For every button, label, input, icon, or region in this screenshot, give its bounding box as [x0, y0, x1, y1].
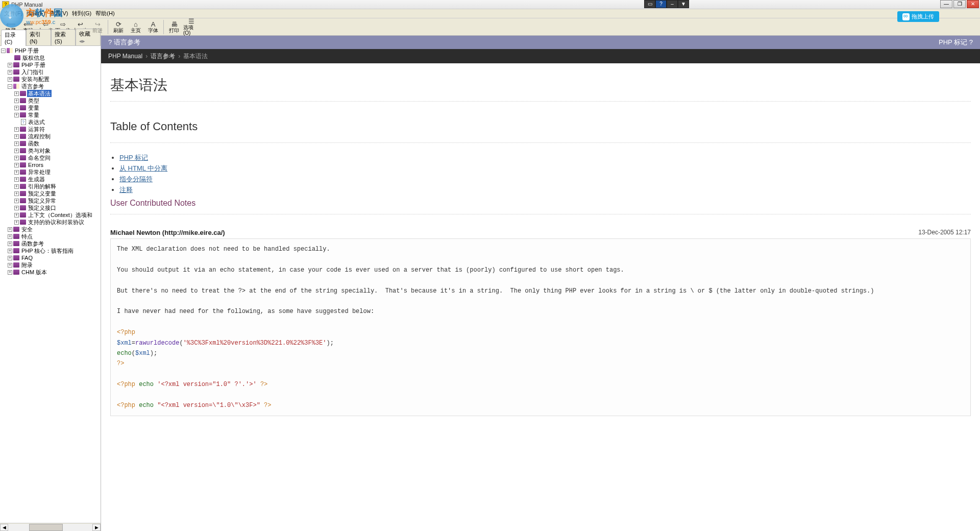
tree-item[interactable]: +预定义异常	[14, 197, 101, 204]
toc-link[interactable]: 从 HTML 中分离	[119, 164, 167, 172]
tree-expander-icon[interactable]: +	[14, 106, 19, 110]
tree-expander-icon[interactable]: +	[8, 242, 12, 246]
tree-item[interactable]: +类与对象	[14, 147, 101, 154]
tree-item[interactable]: +支持的协议和封装协议	[14, 219, 101, 226]
scroll-left-icon[interactable]: ◀	[0, 524, 8, 531]
tree-expander-icon[interactable]: +	[8, 263, 12, 268]
upload-badge[interactable]: 拖拽上传	[897, 11, 939, 22]
menu-view[interactable]: 查看(V)	[47, 10, 70, 17]
tree-item[interactable]: +异常处理	[14, 168, 101, 176]
tree-expander-icon[interactable]: +	[14, 134, 19, 139]
crumb-root[interactable]: PHP Manual	[108, 53, 142, 60]
tree-item[interactable]: 版权信息	[8, 54, 101, 61]
tree-item[interactable]: +预定义变量	[14, 190, 101, 197]
tree-item[interactable]: +流程控制	[14, 133, 101, 140]
tree-expander-icon[interactable]: +	[14, 170, 19, 175]
tree-item[interactable]: +引用的解释	[14, 183, 101, 190]
menu-help[interactable]: 帮助(H)	[93, 10, 116, 17]
scroll-thumb[interactable]	[29, 524, 63, 531]
tree-item[interactable]: +基本语法	[14, 90, 101, 97]
tree-expander-icon[interactable]: +	[14, 113, 19, 117]
tree-item[interactable]: −PHP 手册	[1, 47, 101, 54]
tree-item[interactable]: +生成器	[14, 176, 101, 183]
prev-link[interactable]: ? 语言参考	[108, 38, 140, 47]
toolbar-home-button[interactable]: ⌂主页	[127, 19, 144, 35]
tree-expander-icon[interactable]: +	[14, 163, 19, 167]
tab-index[interactable]: 索引(N)	[26, 29, 51, 45]
tree-expander-icon[interactable]: +	[14, 213, 19, 218]
menu-goto[interactable]: 转到(G)	[70, 10, 93, 17]
tree-expander-icon[interactable]: +	[14, 199, 19, 203]
tree-expander-icon[interactable]: +	[8, 270, 12, 275]
tree-expander-icon[interactable]: +	[14, 206, 19, 210]
content-pane[interactable]: ? 语言参考 PHP 标记 ? PHP Manual › 语言参考 › 基本语法…	[101, 36, 980, 531]
tree-item[interactable]: +安装与配置	[8, 76, 101, 83]
tree-item[interactable]: +FAQ	[8, 254, 101, 261]
horizontal-scrollbar[interactable]: ◀ ▶	[0, 523, 101, 531]
toolbar-options-button[interactable]: ☰选项(O)	[183, 19, 200, 35]
crumb-1[interactable]: 语言参考	[151, 52, 175, 61]
tree-expander-icon[interactable]: +	[14, 177, 19, 182]
next-link[interactable]: PHP 标记 ?	[939, 38, 973, 47]
tree-expander-icon[interactable]: −	[8, 84, 12, 89]
tree-item[interactable]: +运算符	[14, 126, 101, 133]
tree-expander-icon[interactable]: +	[14, 91, 19, 96]
menu-file[interactable]: 文件(F)	[2, 10, 24, 17]
tree-expander-icon[interactable]: −	[1, 49, 6, 53]
tree-item[interactable]: +Errors	[14, 161, 101, 168]
tree-expander-icon[interactable]: +	[14, 141, 19, 146]
toolbar-font-button[interactable]: A字体	[144, 19, 162, 35]
tree-expander-icon[interactable]: +	[14, 220, 19, 225]
menu-edit[interactable]: 编辑(E)	[24, 10, 47, 17]
tree-expander-icon[interactable]: +	[8, 227, 12, 232]
toc-link[interactable]: 指令分隔符	[119, 175, 153, 183]
tree-expander-icon[interactable]: +	[8, 77, 12, 82]
tree-item[interactable]: +变量	[14, 104, 101, 111]
tree-item[interactable]: +命名空间	[14, 154, 101, 161]
tree-expander-icon[interactable]: +	[8, 249, 12, 253]
maximize-button[interactable]: ❐	[953, 0, 966, 8]
tree-expander-icon[interactable]: +	[14, 127, 19, 132]
tree-expander-icon[interactable]: +	[8, 70, 12, 75]
tab-contents[interactable]: 目录(C)	[1, 30, 26, 46]
tree-expander-icon[interactable]: +	[14, 149, 19, 153]
tree-expander-icon[interactable]: +	[14, 99, 19, 103]
toc-link[interactable]: PHP 标记	[119, 154, 148, 161]
tree-item[interactable]: +安全	[8, 226, 101, 233]
widget-help-icon[interactable]: ?	[655, 0, 667, 8]
tree-item[interactable]: +入门指引	[8, 68, 101, 76]
tree-item[interactable]: +CHM 版本	[8, 269, 101, 276]
tree-item[interactable]: +PHP 手册	[8, 61, 101, 68]
widget-dark-icon[interactable]: ▭	[644, 0, 655, 8]
tree-expander-icon[interactable]: +	[8, 234, 12, 239]
tree-item-label: 常量	[27, 111, 40, 118]
tree-item[interactable]: +函数	[14, 140, 101, 147]
widget-close-icon[interactable]: ▼	[678, 0, 689, 8]
tree-item[interactable]: +函数参考	[8, 240, 101, 247]
widget-min-icon[interactable]: –	[667, 0, 678, 8]
tree-item[interactable]: +PHP 核心：骇客指南	[8, 247, 101, 254]
tree-item[interactable]: +特点	[8, 233, 101, 240]
close-button[interactable]: ✕	[967, 0, 979, 8]
tree-view[interactable]: −PHP 手册版权信息+PHP 手册+入门指引+安装与配置−语言参考+基本语法+…	[0, 46, 101, 523]
toolbar-print-button[interactable]: 🖶打印	[165, 19, 183, 35]
tree-item[interactable]: +类型	[14, 97, 101, 104]
tree-item-label: 类型	[27, 97, 40, 104]
tree-item[interactable]: +常量	[14, 111, 101, 118]
tree-item[interactable]: −语言参考	[8, 83, 101, 90]
tree-expander-icon[interactable]: +	[14, 156, 19, 160]
scroll-right-icon[interactable]: ▶	[92, 524, 101, 531]
tree-expander-icon[interactable]: +	[14, 191, 19, 196]
tree-expander-icon[interactable]: +	[14, 184, 19, 189]
toolbar-separator	[163, 20, 164, 34]
tree-item[interactable]: 表达式	[14, 118, 101, 126]
tree-expander-icon[interactable]: +	[8, 63, 12, 67]
tree-item[interactable]: +附录	[8, 261, 101, 269]
tab-search[interactable]: 搜索(S)	[51, 29, 76, 45]
toolbar-refresh-button[interactable]: ⟳刷新	[110, 19, 127, 35]
tree-item[interactable]: +预定义接口	[14, 204, 101, 211]
tree-item[interactable]: +上下文（Context）选项和	[14, 211, 101, 219]
toc-link[interactable]: 注释	[119, 186, 133, 194]
tree-expander-icon[interactable]: +	[8, 256, 12, 260]
minimize-button[interactable]: —	[940, 0, 952, 8]
